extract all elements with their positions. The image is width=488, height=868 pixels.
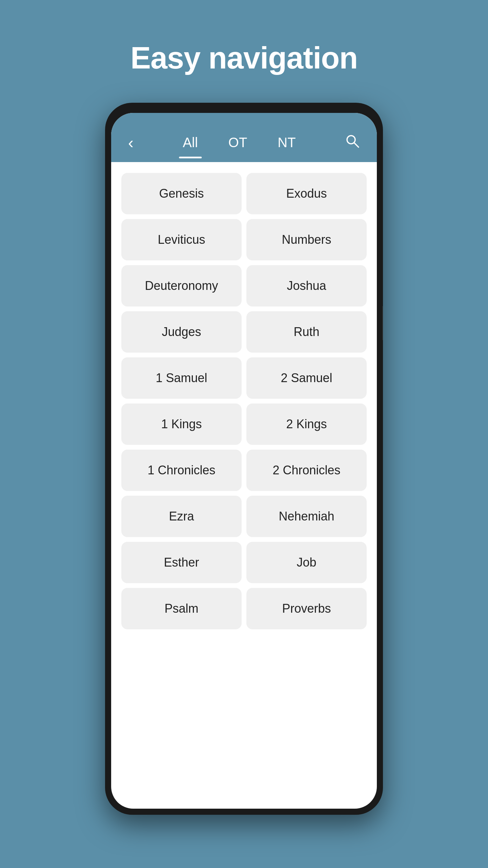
- book-item-deuteronomy[interactable]: Deuteronomy: [121, 265, 242, 307]
- book-item-2-samuel[interactable]: 2 Samuel: [246, 357, 367, 399]
- nav-bar: ‹ All OT NT: [111, 113, 377, 162]
- phone-power-button: [382, 306, 383, 340]
- page-title: Easy navigation: [130, 41, 358, 76]
- nav-divider: [111, 162, 377, 166]
- book-item-joshua[interactable]: Joshua: [246, 265, 367, 307]
- book-item-1-samuel[interactable]: 1 Samuel: [121, 357, 242, 399]
- tab-ot[interactable]: OT: [222, 132, 254, 154]
- book-item-ruth[interactable]: Ruth: [246, 311, 367, 353]
- book-item-2-kings[interactable]: 2 Kings: [246, 403, 367, 445]
- tab-nt[interactable]: NT: [271, 132, 302, 154]
- book-item-leviticus[interactable]: Leviticus: [121, 219, 242, 260]
- nav-tabs: All OT NT: [176, 132, 302, 154]
- tab-all[interactable]: All: [176, 132, 204, 154]
- book-item-proverbs[interactable]: Proverbs: [246, 588, 367, 629]
- book-item-job[interactable]: Job: [246, 542, 367, 583]
- svg-line-1: [354, 143, 359, 147]
- back-button[interactable]: ‹: [125, 130, 137, 155]
- books-grid: GenesisExodusLeviticusNumbersDeuteronomy…: [111, 166, 377, 636]
- book-item-judges[interactable]: Judges: [121, 311, 242, 353]
- search-icon[interactable]: [342, 130, 363, 155]
- book-item-1-kings[interactable]: 1 Kings: [121, 403, 242, 445]
- book-item-exodus[interactable]: Exodus: [246, 173, 367, 214]
- book-item-psalm[interactable]: Psalm: [121, 588, 242, 629]
- book-item-numbers[interactable]: Numbers: [246, 219, 367, 260]
- book-item-2-chronicles[interactable]: 2 Chronicles: [246, 450, 367, 491]
- book-item-genesis[interactable]: Genesis: [121, 173, 242, 214]
- book-item-1-chronicles[interactable]: 1 Chronicles: [121, 450, 242, 491]
- book-item-ezra[interactable]: Ezra: [121, 496, 242, 537]
- book-item-nehemiah[interactable]: Nehemiah: [246, 496, 367, 537]
- phone-frame: ‹ All OT NT GenesisExodusLevi: [105, 103, 383, 815]
- phone-screen: ‹ All OT NT GenesisExodusLevi: [111, 113, 377, 809]
- book-item-esther[interactable]: Esther: [121, 542, 242, 583]
